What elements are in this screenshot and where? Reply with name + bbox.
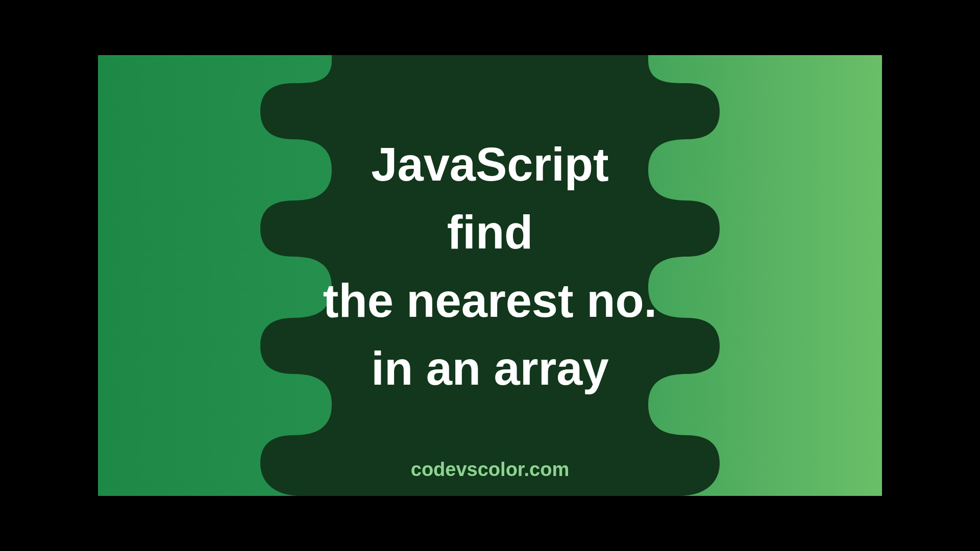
footer-attribution: codevscolor.com [98,459,882,481]
hero-banner: JavaScript find the nearest no. in an ar… [98,55,882,496]
hero-title: JavaScript find the nearest no. in an ar… [323,131,657,403]
